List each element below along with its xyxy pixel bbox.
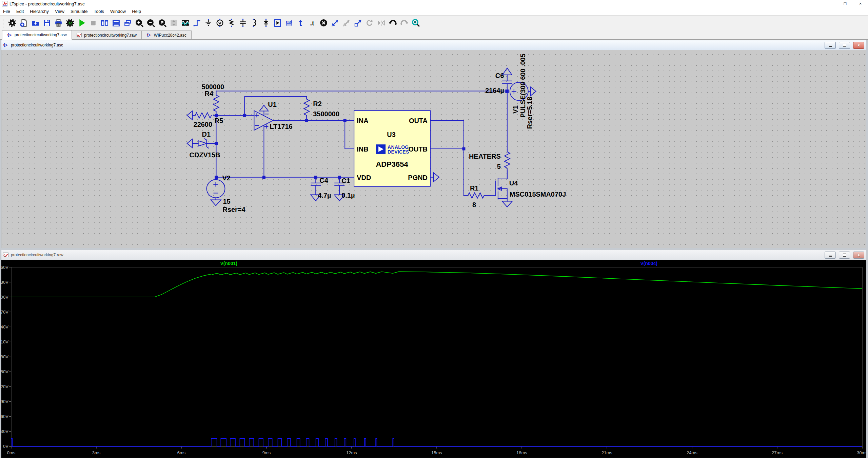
r5-name: R5 [215,117,223,124]
u3-part: ADP3654 [376,160,408,168]
menu-item-tools[interactable]: Tools [91,7,107,15]
undo-icon[interactable] [387,17,398,28]
cascade-icon[interactable] [122,17,133,28]
component-R1[interactable] [468,193,484,198]
menu-item-view[interactable]: View [52,7,67,15]
y-tick-label: 60V [1,414,8,419]
u3-pin-vdd: VDD [357,174,371,181]
new-schematic-icon[interactable] [18,17,29,28]
x-tick-label: 0ms [7,450,16,455]
waveform-minimize-button[interactable] [825,252,836,259]
svg-text:.ac: .ac [67,21,73,25]
waveform-window-titlebar: protectioncircuitworking7.raw x [1,250,866,260]
v2-name: V2 [222,174,230,182]
component-U4[interactable] [495,171,512,207]
u3-pin-outa: OUTA [409,117,428,124]
tab-label: protectioncircuitworking7.raw [84,33,137,38]
zoom-out-icon[interactable] [145,17,156,28]
menu-item-hierarchy[interactable]: Hierarchy [27,7,52,15]
y-tick-label: 90V [1,399,8,404]
tab-bar: protectioncircuitworking7.ascprotectionc… [0,30,868,40]
schematic-window-title: protectioncircuitworking7.asc [11,43,63,47]
zoom-extents-icon[interactable] [156,17,168,28]
schematic-minimize-button[interactable] [825,42,836,49]
maximize-button[interactable]: □ [837,0,853,7]
schematic-drawing: ANALOG DEVICES 500000 R4 R5 22600 D1 CDZ… [1,50,866,248]
menu-item-edit[interactable]: Edit [13,7,27,15]
minimize-button[interactable]: – [822,0,837,7]
r4-value: 500000 [202,83,224,91]
spice-directive-icon[interactable]: .t [306,17,318,28]
menu-item-file[interactable]: File [0,7,13,15]
trace-label-1[interactable]: V(n004) [640,261,658,266]
delete-icon[interactable] [318,17,329,28]
net-label-icon[interactable]: net [283,17,295,28]
waveform-restore-button[interactable] [839,252,850,259]
tile-horizontal-icon[interactable] [110,17,122,28]
waveform-plot: 0V30V60V90V120V150V180V210V240V270V300V3… [1,260,866,458]
simulation-settings-icon[interactable]: .ac [64,17,76,28]
plot-border [11,267,862,446]
component-icon[interactable] [272,17,283,28]
trace-v-n001[interactable] [11,272,862,297]
capacitor-icon[interactable] [237,17,249,28]
waveform-close-button[interactable]: x [853,252,864,259]
menu-item-window[interactable]: Window [107,7,129,15]
y-tick-label: 30V [1,429,8,434]
waveform-window-title: protectioncircuitworking7.raw [11,253,63,257]
text-icon[interactable]: t [295,17,306,28]
component-D1[interactable] [187,139,209,148]
tab-protectioncircuitworking7-raw[interactable]: protectioncircuitworking7.raw [72,31,142,39]
waveform-icon[interactable] [179,17,191,28]
toolbar-grip[interactable] [3,18,5,28]
menu-item-simulate[interactable]: Simulate [67,7,91,15]
component-R4[interactable] [214,91,219,116]
tile-vertical-icon[interactable] [99,17,110,28]
y-tick-label: 270V [1,310,8,315]
waveform-plot-area[interactable]: 0V30V60V90V120V150V180V210V240V270V300V3… [1,260,866,458]
menu-bar: FileEditHierarchyViewSimulateToolsWindow… [0,7,868,15]
y-tick-label: 330V [1,280,8,285]
v1-rser: Rser=5.18 [526,97,533,129]
save-icon[interactable] [41,17,53,28]
c4-value: 4.7µ [318,192,331,199]
component-R5[interactable] [187,111,212,120]
component-HEATERS[interactable] [505,149,510,171]
resistor-icon[interactable] [225,17,237,28]
schematic-restore-button[interactable] [839,42,850,49]
print-icon[interactable] [53,17,64,28]
r2-value: 3500000 [313,110,339,118]
zoom-in-icon[interactable] [133,17,145,28]
wire-icon[interactable] [191,17,202,28]
svg-text:.t: .t [310,19,314,26]
move-icon[interactable] [352,17,364,28]
diode-icon[interactable] [260,17,272,28]
ground-icon[interactable] [202,17,214,28]
open-icon[interactable] [29,17,41,28]
component-R2[interactable] [304,97,309,121]
close-button[interactable]: × [853,0,868,7]
c6-value: 2164µ [485,87,504,94]
tab-protectioncircuitworking7-asc[interactable]: protectioncircuitworking7.asc [2,30,72,40]
schematic-canvas[interactable]: ANALOG DEVICES 500000 R4 R5 22600 D1 CDZ… [1,50,866,248]
c1-name: C1 [341,177,350,184]
trace-v-n004[interactable] [11,438,862,446]
schematic-close-button[interactable]: x [853,42,864,49]
toolbar: .acnett.t [0,15,868,30]
v1-value: PULSE(300 600 .005 [519,54,527,118]
inductor-icon[interactable] [249,17,260,28]
run-icon[interactable] [76,17,87,28]
rotate-icon [364,17,375,28]
control-panel-icon[interactable] [6,17,18,28]
heaters-name: HEATERS [469,153,501,160]
duplicate-icon[interactable] [329,17,341,28]
mirror-icon [375,17,387,28]
trace-label-0[interactable]: V(n001) [220,261,237,266]
port-flag-V1 [531,87,536,96]
menu-item-help[interactable]: Help [129,7,144,15]
x-tick-label: 15ms [431,450,442,455]
tab-wipucc28c42-asc[interactable]: WIPucc28c42.asc [141,31,192,39]
voltage-source-icon[interactable] [214,17,225,28]
search-icon[interactable] [410,17,421,28]
schematic-file-icon [3,42,8,48]
